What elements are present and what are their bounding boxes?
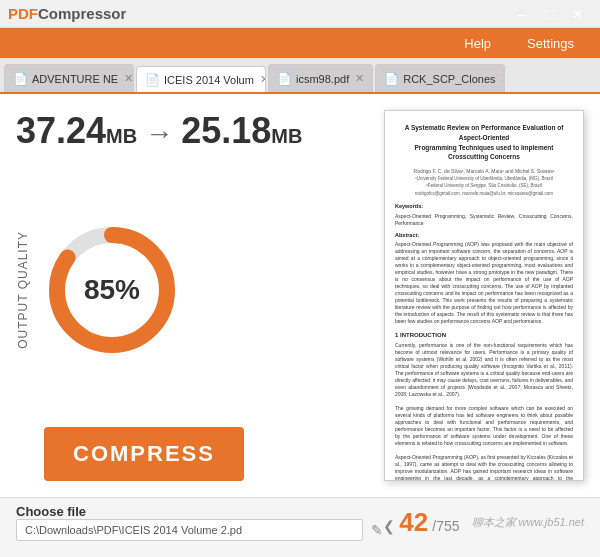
edit-icon[interactable]: ✎ [371, 522, 383, 538]
bottom-area: Choose file C:\Downloads\PDF\ICEIS 2014 … [16, 504, 584, 541]
tab-tab4[interactable]: 📄 RCK_SCP_Clones ✕ [375, 64, 505, 92]
tab-label: ICEIS 2014 Volum [164, 74, 254, 86]
tab-label: ADVENTURE NE [32, 73, 118, 85]
pdf-intro-text: Currently, performance is one of the non… [395, 342, 573, 481]
title-bar: PDFCompressor – □ ✕ [0, 0, 600, 28]
quality-percentage: 85% [84, 274, 140, 306]
choose-file-label: Choose file [16, 504, 383, 519]
tab-tab1[interactable]: 📄 ADVENTURE NE ✕ [4, 64, 134, 92]
main-content: 37.24MB → 25.18MB Output quality 85% [0, 94, 600, 497]
pdf-intro-heading: 1 INTRODUCTION [395, 331, 573, 339]
page-navigation: ❮ 42 /755 [383, 507, 459, 538]
pdf-abstract-label: Abstract: [395, 232, 573, 240]
watermark-text: 聊本之家 www.jb51.net [472, 515, 584, 530]
pdf-title: A Systematic Review on Performance Evalu… [395, 123, 573, 162]
page-prev-button[interactable]: ❮ [383, 518, 395, 534]
pdf-keywords: Aspect-Oriented Programming, Systematic … [395, 213, 573, 227]
pdf-keywords-label: Keywords: [395, 203, 573, 211]
tab-tab3[interactable]: 📄 icsm98.pdf ✕ [268, 64, 373, 92]
menu-settings[interactable]: Settings [509, 28, 592, 58]
tab-icon: 📄 [384, 72, 399, 86]
tabs-bar: 📄 ADVENTURE NE ✕ 📄 ICEIS 2014 Volum ✕ 📄 … [0, 58, 600, 94]
tab-icon: 📄 [277, 72, 292, 86]
left-panel: 37.24MB → 25.18MB Output quality 85% [16, 110, 368, 481]
pdf-preview: A Systematic Review on Performance Evalu… [384, 110, 584, 481]
tab-label: RCK_SCP_Clones [403, 73, 495, 85]
tab-close-button[interactable]: ✕ [355, 72, 364, 85]
quality-label: Output quality [16, 231, 30, 349]
size-after: 25.18MB [181, 110, 302, 152]
page-total-number: /755 [432, 518, 459, 534]
page-current-number: 42 [399, 507, 428, 538]
app-title-comp: Compressor [38, 5, 126, 22]
pdf-abstract: Aspect-Oriented Programming (AOP) was pr… [395, 241, 573, 325]
tab-close-button[interactable]: ✕ [260, 73, 266, 86]
menu-help[interactable]: Help [446, 28, 509, 58]
quality-donut[interactable]: 85% [42, 220, 182, 360]
quality-section: Output quality 85% [16, 172, 368, 407]
app-title: PDFCompressor [8, 5, 126, 22]
file-path-row: C:\Downloads\PDF\ICEIS 2014 Volume 2.pd … [16, 519, 383, 541]
pdf-authors: Rodrigo F. C. de Silva¹, Marcelo A. Maia… [395, 168, 573, 197]
tab-icon: 📄 [13, 72, 28, 86]
close-button[interactable]: ✕ [564, 6, 592, 22]
size-arrow: → [145, 118, 173, 150]
size-info: 37.24MB → 25.18MB [16, 110, 368, 152]
compress-button[interactable]: COMPRESS [44, 427, 244, 481]
tab-tab2[interactable]: 📄 ICEIS 2014 Volum ✕ [136, 66, 266, 94]
tab-icon: 📄 [145, 73, 160, 87]
menu-bar: Help Settings [0, 28, 600, 58]
tab-close-button[interactable]: ✕ [124, 72, 133, 85]
size-before: 37.24MB [16, 110, 137, 152]
minimize-button[interactable]: – [508, 6, 536, 22]
bottom-bar: Choose file C:\Downloads\PDF\ICEIS 2014 … [0, 497, 600, 557]
app-title-pdf: PDF [8, 5, 38, 22]
maximize-button[interactable]: □ [536, 6, 564, 22]
tab-close-button[interactable]: ✕ [502, 72, 506, 85]
file-path-display: C:\Downloads\PDF\ICEIS 2014 Volume 2.pd [16, 519, 363, 541]
tab-label: icsm98.pdf [296, 73, 349, 85]
